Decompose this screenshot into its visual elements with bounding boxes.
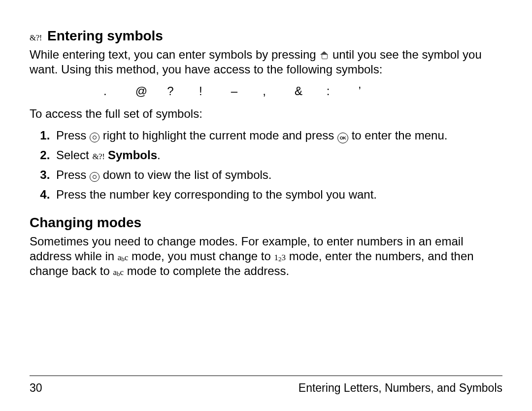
step-2: Select &?! Symbols. [53,148,502,163]
access-full-set-line: To access the full set of symbols: [30,106,502,121]
changing-modes-paragraph: Sometimes you need to change modes. For … [30,234,502,278]
back-key-icon [319,51,329,59]
symbol-apos: ’ [358,84,387,99]
available-symbols-row: . @ ? ! – , & : ’ [103,84,502,99]
symbol-comma: , [263,84,291,99]
step2-text-c: . [157,148,161,162]
cm-text-b: mode, you must change to [132,249,274,263]
symbols-mode-icon: &?! [30,33,42,43]
step-4: Press the number key corresponding to th… [53,187,502,202]
symbol-period: . [103,84,132,99]
step-1: Press right to highlight the current mod… [53,128,502,143]
numeric-mode-icon: 123 [274,253,286,262]
intro-paragraph: While entering text, you can enter symbo… [30,47,502,77]
abc-mode-icon: abc [118,253,129,262]
step-3: Press down to view the list of symbols. [53,168,502,182]
steps-list: Press right to highlight the current mod… [30,128,502,202]
abc-mode-icon: abc [113,268,124,277]
symbol-dash: – [231,84,260,99]
symbol-colon: : [327,84,355,99]
section-heading-entering-symbols: Entering symbols [47,27,163,44]
symbol-question: ? [167,84,196,99]
step2-text-a: Select [56,148,92,162]
step4-text: Press the number key corresponding to th… [56,188,377,201]
section-heading-changing-modes: Changing modes [30,214,502,231]
nav-key-icon [90,133,100,142]
nav-key-icon [90,172,100,182]
symbol-at: @ [135,84,164,99]
step3-text-a: Press [56,168,90,181]
page-footer: 30 Entering Letters, Numbers, and Symbol… [30,376,502,395]
step3-text-b: down to view the list of symbols. [103,168,272,181]
symbol-exclaim: ! [199,84,228,99]
symbol-ampersand: & [295,84,323,99]
chapter-title: Entering Letters, Numbers, and Symbols [299,381,502,395]
step1-text-c: to enter the menu. [352,129,448,142]
step1-text-b: right to highlight the current mode and … [103,129,337,142]
cm-text-d: mode to complete the address. [127,264,290,277]
symbols-mode-icon: &?! [92,152,104,161]
step2-symbols-label: Symbols [108,148,157,162]
ok-key-icon: OK [337,133,348,143]
step1-text-a: Press [56,129,90,142]
page-number: 30 [30,381,42,395]
intro-text-a: While entering text, you can enter symbo… [30,48,319,61]
